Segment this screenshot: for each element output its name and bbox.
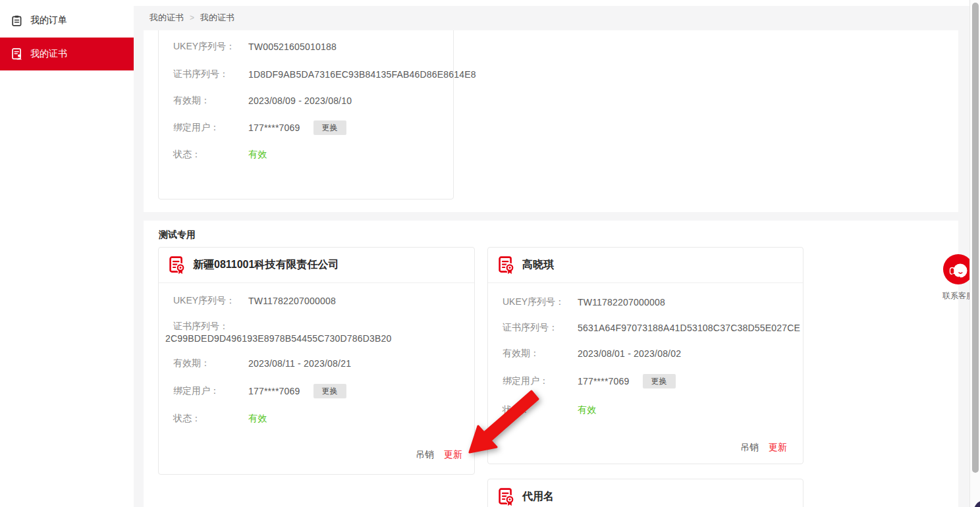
validity-label: 有效期： (173, 358, 248, 369)
page: 我的订单 我的证书 我的证书 > 我的证书 UKEY序列号： TW0052160 (0, 0, 980, 507)
bound-user-row: 绑定用户： 177****7069 更换 (173, 121, 445, 134)
cert-serial-value: 1D8DF9AB5DA7316EC93B84135FAB46D86E8614E8 (248, 69, 476, 80)
card-footer: 吊销 更新 (416, 449, 462, 461)
card-header: 代用名 (488, 479, 803, 507)
ukey-serial-row: UKEY序列号： TW00521605010188 (173, 40, 445, 53)
cert-serial-row: 证书序列号： 5631A64F97073188A41D53108C37C38D5… (503, 321, 795, 334)
change-user-button[interactable]: 更换 (313, 120, 346, 135)
certificate-icon (499, 488, 514, 507)
change-user-button[interactable]: 更换 (313, 384, 346, 398)
certificate-icon (169, 256, 185, 277)
validity-value: 2023/08/11 - 2023/08/21 (248, 358, 351, 369)
bound-user-value: 177****7069 (578, 376, 630, 387)
clipboard-icon (12, 14, 22, 26)
bound-user-row: 绑定用户： 177****7069 更换 (503, 375, 795, 388)
breadcrumb-current: 我的证书 (200, 12, 234, 24)
ukey-serial-row: UKEY序列号： TW11782207000008 (173, 294, 466, 307)
validity-label: 有效期： (173, 95, 248, 107)
renew-link[interactable]: 更新 (769, 442, 787, 454)
bound-user-label: 绑定用户： (173, 385, 248, 397)
breadcrumb-parent[interactable]: 我的证书 (150, 12, 184, 24)
validity-row: 有效期： 2023/08/01 - 2023/08/02 (503, 347, 795, 360)
cert-serial-label: 证书序列号： (173, 68, 248, 80)
certificate-icon (499, 256, 514, 277)
status-badge: 有效 (248, 413, 267, 425)
validity-value: 2023/08/01 - 2023/08/02 (578, 348, 681, 359)
status-label: 状态： (173, 413, 248, 425)
ukey-serial-label: UKEY序列号： (173, 41, 248, 53)
status-label: 状态： (173, 149, 248, 161)
ukey-serial-label: UKEY序列号： (503, 296, 578, 308)
sidebar-item-my-orders[interactable]: 我的订单 (0, 8, 134, 33)
cert-serial-row: 证书序列号： 1D8DF9AB5DA7316EC93B84135FAB46D86… (173, 68, 445, 81)
certificate-user-icon (12, 48, 22, 60)
status-badge: 有效 (578, 404, 596, 416)
formal-certificates-panel: UKEY序列号： TW00521605010188 证书序列号： 1D8DF9A… (144, 30, 958, 212)
breadcrumb-separator-icon: > (190, 13, 194, 22)
sidebar: 我的订单 我的证书 (0, 0, 134, 507)
top-strip (134, 0, 980, 6)
formal-certificate-card: UKEY序列号： TW00521605010188 证书序列号： 1D8DF9A… (158, 30, 454, 200)
revoke-link[interactable]: 吊销 (416, 449, 434, 461)
person-certificate-card: 高晓琪 UKEY序列号： TW11782207000008 证书序列号： 563… (487, 247, 803, 464)
renew-link[interactable]: 更新 (444, 449, 462, 461)
cert-serial-row: 证书序列号： (173, 320, 466, 333)
scrollbar-thumb[interactable] (972, 3, 979, 473)
ukey-serial-value: TW00521605010188 (248, 41, 337, 52)
bound-user-label: 绑定用户： (173, 122, 248, 134)
scrollbar-track[interactable] (969, 0, 980, 507)
sidebar-item-label: 我的订单 (30, 14, 67, 26)
company-certificate-card: 新疆0811001科技有限责任公司 UKEY序列号： TW11782207000… (158, 247, 475, 475)
validity-value: 2023/08/09 - 2023/08/10 (248, 95, 352, 106)
cert-serial-label: 证书序列号： (173, 321, 248, 333)
cert-serial-value: 5631A64F97073188A41D53108C37C38D55E027CE (578, 323, 800, 333)
sidebar-item-my-certificates[interactable]: 我的证书 (0, 38, 134, 70)
status-label: 状态： (503, 404, 578, 416)
bound-user-row: 绑定用户： 177****7069 更换 (173, 385, 466, 398)
validity-row: 有效期： 2023/08/09 - 2023/08/10 (173, 94, 445, 107)
cert-serial-label: 证书序列号： (503, 322, 578, 334)
status-badge: 有效 (248, 149, 267, 161)
card-title: 高晓琪 (522, 258, 554, 272)
ukey-serial-value: TW11782207000008 (248, 296, 336, 306)
ukey-serial-value: TW11782207000008 (578, 297, 665, 307)
bound-user-value: 177****7069 (248, 122, 300, 133)
revoke-link[interactable]: 吊销 (740, 442, 759, 454)
card-header: 新疆0811001科技有限责任公司 (159, 248, 474, 283)
card-header: 高晓琪 (488, 248, 803, 283)
alias-certificate-card: 代用名 (487, 479, 803, 507)
status-row: 状态： 有效 (173, 148, 445, 161)
card-title: 新疆0811001科技有限责任公司 (193, 258, 339, 272)
status-row: 状态： 有效 (503, 404, 795, 417)
breadcrumb: 我的证书 > 我的证书 (150, 13, 234, 23)
ukey-serial-row: UKEY序列号： TW11782207000008 (503, 296, 795, 309)
status-row: 状态： 有效 (173, 412, 466, 425)
section-title: 测试专用 (159, 229, 196, 241)
bound-user-label: 绑定用户： (503, 375, 578, 387)
card-footer: 吊销 更新 (740, 442, 787, 454)
sidebar-item-label: 我的证书 (30, 48, 67, 60)
validity-label: 有效期： (503, 348, 578, 360)
cert-serial-value: 2C99BDED9D496193E8978B54455C730D786D3B20 (165, 332, 469, 345)
bound-user-value: 177****7069 (248, 386, 300, 396)
ukey-serial-label: UKEY序列号： (173, 295, 248, 307)
change-user-button[interactable]: 更换 (643, 374, 676, 388)
test-certificates-panel: 测试专用 新疆0811001科技有限责任公司 (144, 221, 958, 507)
validity-row: 有效期： 2023/08/11 - 2023/08/21 (173, 357, 466, 370)
card-title: 代用名 (522, 490, 554, 504)
